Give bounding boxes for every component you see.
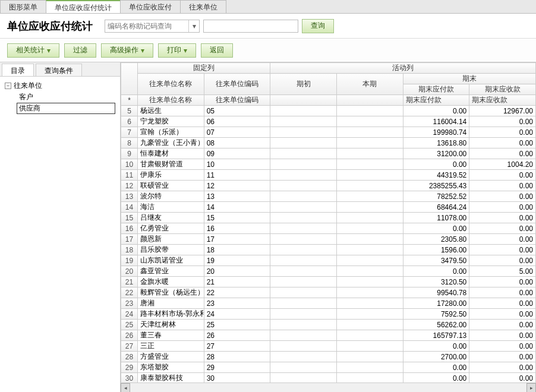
table-row[interactable]: 8九豪管业（王小青）0813618.800.00 [121,138,536,148]
cell-qc [270,373,337,384]
scrollbar-horizontal[interactable]: ◂ ▸ [121,382,536,392]
table-row[interactable]: 25天津红树林2556262.000.00 [121,320,536,330]
cell-recv: 5.00 [469,266,536,277]
tab-graphic-menu[interactable]: 图形菜单 [0,0,46,13]
cell-pay: 0.00 [403,106,469,116]
header-pay2[interactable]: 期末应付款 [403,95,469,106]
table-row[interactable]: 14海洁1468464.240.00 [121,202,536,213]
filter-button[interactable]: 过滤 [64,43,96,58]
minus-icon[interactable]: − [5,83,11,89]
tree-root[interactable]: − 往来单位 [5,80,115,91]
table-row[interactable]: 16亿勇管业160.000.00 [121,223,536,234]
chevron-down-icon[interactable]: ▾ [188,20,199,32]
table-row[interactable]: 24路丰材料市场-郭永利247592.500.00 [121,309,536,320]
chevron-down-icon: ▾ [184,46,187,55]
cell-code: 13 [204,191,270,202]
cell-bq [336,330,403,341]
stat-button[interactable]: 相关统计▾ [7,43,59,58]
table-row[interactable]: 10甘肃银财管道100.001004.20 [121,159,536,170]
header-name[interactable]: 往来单位名称 [138,74,204,95]
cell-recv: 0.00 [469,116,536,127]
cell-bq [336,138,403,148]
cell-name: 联硕管业 [138,181,204,191]
header-recv[interactable]: 期末应收款 [469,84,536,95]
cell-pay: 1596.00 [403,245,469,255]
tree: − 往来单位 客户 供应商 [0,77,120,118]
header-qichu[interactable]: 期初 [270,74,337,95]
table-row[interactable]: 28方盛管业282700.000.00 [121,352,536,362]
table-row[interactable]: 13波尔特1378252.520.00 [121,191,536,202]
cell-pay: 17280.00 [403,298,469,309]
header-pay[interactable]: 期末应付款 [403,84,469,95]
table-row[interactable]: 15吕继友1511078.000.00 [121,213,536,223]
cell-code: 24 [204,309,270,320]
header-code2[interactable]: 往来单位编码 [204,95,270,106]
header-name2[interactable]: 往来单位名称 [138,95,204,106]
advanced-button[interactable]: 高级操作▾ [101,43,153,58]
cell-rownum: 8 [121,138,138,148]
cell-code: 28 [204,352,270,362]
scroll-left-icon[interactable]: ◂ [121,383,130,393]
cell-pay: 31200.00 [403,148,469,159]
scroll-right-icon[interactable]: ▸ [526,383,536,393]
search-input[interactable] [203,20,298,33]
table-row[interactable]: 29东塔塑胶290.000.00 [121,362,536,373]
table-row[interactable]: 9恒泰建材0931200.000.00 [121,148,536,159]
header-code[interactable]: 往来单位编码 [204,74,270,95]
table-row[interactable]: 12联硕管业122385255.430.00 [121,181,536,191]
left-tab-catalog[interactable]: 目录 [2,64,34,76]
search-combo-input[interactable] [105,20,188,32]
cell-rownum: 18 [121,245,138,255]
cell-recv: 1004.20 [469,159,536,170]
cell-rownum: 22 [121,287,138,298]
table-row[interactable]: 21金旗水暖213120.500.00 [121,277,536,287]
table-row[interactable]: 5杨远生050.0012967.00 [121,106,536,116]
cell-pay: 116004.14 [403,116,469,127]
search-combo[interactable]: ▾ [105,20,200,33]
cell-name: 吕继友 [138,213,204,223]
table-row[interactable]: 30康泰塑胶科技300.000.00 [121,373,536,384]
header-benqi[interactable]: 本期 [336,74,403,95]
table-row[interactable]: 26董三春26165797.130.00 [121,330,536,341]
cell-name: 九豪管业（王小青） [138,138,204,148]
cell-code: 07 [204,127,270,138]
cell-qc [270,170,337,181]
cell-pay: 199980.74 [403,127,469,138]
tree-supplier[interactable]: 供应商 [17,103,115,114]
header-star[interactable]: * [121,95,138,106]
tab-units[interactable]: 往来单位 [180,0,226,13]
table-row[interactable]: 18昌乐胶带181596.000.00 [121,245,536,255]
table-row[interactable]: 17颜恩新172305.800.00 [121,234,536,245]
col-rownum[interactable] [121,63,138,95]
table-row[interactable]: 19山东凯诺管业193479.500.00 [121,255,536,266]
cell-code: 22 [204,287,270,298]
table-row[interactable]: 6宁龙塑胶06116004.140.00 [121,116,536,127]
cell-pay: 68464.24 [403,202,469,213]
cell-name: 唐湘 [138,298,204,309]
tree-customer[interactable]: 客户 [17,91,115,103]
table-row[interactable]: 11伊康乐1144319.520.00 [121,170,536,181]
table-row[interactable]: 20鑫亚管业200.005.00 [121,266,536,277]
header-bq2 [336,95,403,106]
cell-code: 26 [204,330,270,341]
table-row[interactable]: 7宣翰（乐派）07199980.740.00 [121,127,536,138]
cell-code: 18 [204,245,270,255]
cell-bq [336,298,403,309]
search-button[interactable]: 查询 [302,19,334,33]
table-row[interactable]: 23唐湘2317280.000.00 [121,298,536,309]
header-qc2 [270,95,337,106]
tab-unit-ar-ap[interactable]: 单位应收应付 [120,0,181,13]
cell-pay: 56262.00 [403,320,469,330]
cell-rownum: 7 [121,127,138,138]
left-tab-query[interactable]: 查询条件 [36,64,82,76]
title-bar: 单位应收应付统计 ▾ 查询 [0,14,536,39]
table-row[interactable]: 27三正270.000.00 [121,341,536,352]
header-fixed: 固定列 [138,63,270,74]
back-button[interactable]: 返回 [201,43,233,58]
cell-recv: 0.00 [469,341,536,352]
print-button[interactable]: 打印▾ [158,43,196,58]
cell-recv: 0.00 [469,362,536,373]
table-row[interactable]: 22毅辉管业（杨远生）2299540.780.00 [121,287,536,298]
header-recv2[interactable]: 期末应收款 [469,95,536,106]
tab-unit-stats[interactable]: 单位应收应付统计 [46,0,121,13]
